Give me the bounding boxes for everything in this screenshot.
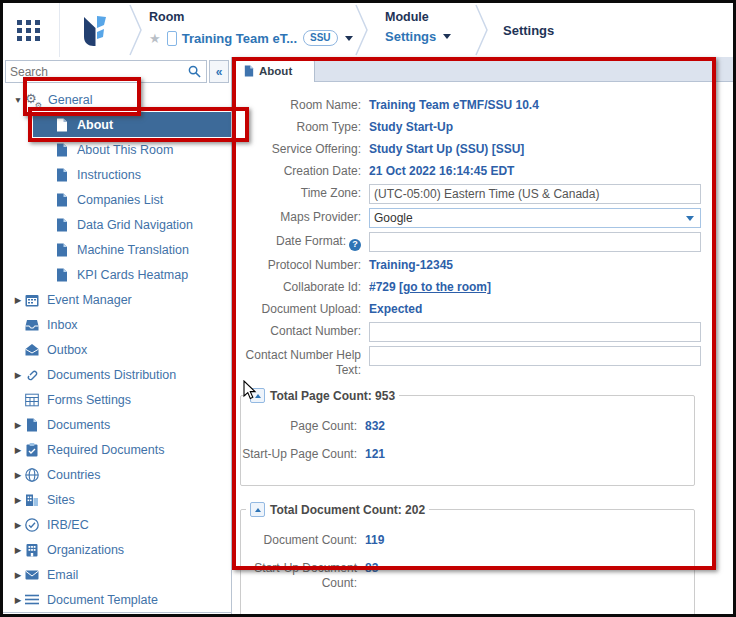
room-label: Room — [149, 10, 353, 24]
time-zone-input[interactable] — [369, 184, 701, 204]
sidebar-item-label: Data Grid Navigation — [77, 218, 193, 232]
sidebar-item-companies-list[interactable]: Companies List — [3, 187, 231, 212]
search-icon — [188, 65, 201, 78]
sidebar-item-forms-settings[interactable]: Forms Settings — [3, 387, 231, 412]
sidebar-item-email[interactable]: Email — [3, 562, 231, 587]
file-icon — [55, 193, 69, 207]
sidebar-item-label: Email — [47, 568, 78, 582]
gear-icon — [25, 92, 42, 108]
sidebar-item-about[interactable]: About — [33, 112, 231, 137]
sidebar-item-label: Forms Settings — [47, 393, 131, 407]
expander-closed-icon[interactable] — [11, 545, 25, 555]
field-label: Page Count: — [241, 417, 365, 434]
app-launcher-grid-icon[interactable] — [16, 17, 44, 43]
app-window: Room Training Team eT... SSU Module Sett… — [0, 0, 736, 617]
sidebar-item-documents[interactable]: Documents — [3, 412, 231, 437]
contact-number-input[interactable] — [369, 322, 701, 342]
field-value: 83 — [365, 559, 378, 575]
sidebar-item-outbox[interactable]: Outbox — [3, 337, 231, 362]
expander-closed-icon[interactable] — [11, 570, 25, 580]
collapse-sidebar-button[interactable] — [209, 60, 229, 83]
tab-about[interactable]: About — [235, 59, 315, 82]
group-legend: Total Document Count: 202 — [246, 502, 429, 517]
chevron-down-icon — [686, 216, 694, 221]
sidebar-item-label: Companies List — [77, 193, 163, 207]
field-value: 121 — [365, 445, 385, 461]
expander-closed-icon[interactable] — [11, 420, 25, 430]
collapse-toggle-icon[interactable] — [250, 388, 265, 403]
module-value[interactable]: Settings — [385, 29, 436, 44]
maps-provider-select[interactable]: Google — [369, 208, 701, 228]
app-logo[interactable] — [75, 11, 113, 55]
sidebar-item-instructions[interactable]: Instructions — [3, 162, 231, 187]
field-label: Room Name: — [239, 96, 369, 113]
sidebar-item-event-manager[interactable]: Event Manager — [3, 287, 231, 312]
sidebar-item-label: Event Manager — [47, 293, 132, 307]
sidebar-item-machine-translation[interactable]: Machine Translation — [3, 237, 231, 262]
room-name[interactable]: Training Team eT... — [182, 31, 297, 46]
field-row-time-zone: Time Zone: — [239, 184, 733, 204]
field-row-document-upload: Document Upload: Expected — [239, 300, 733, 318]
field-label: Start-Up Page Count: — [241, 445, 365, 462]
field-value: Training-12345 — [369, 256, 453, 272]
module-selector[interactable]: Settings — [385, 29, 451, 44]
field-row-start-up-document-count: Start-Up Document Count: 83 — [241, 559, 694, 591]
page-title: Settings — [503, 23, 554, 38]
sidebar-item-data-grid-navigation[interactable]: Data Grid Navigation — [3, 212, 231, 237]
sidebar-item-required-documents[interactable]: Required Documents — [3, 437, 231, 462]
chevron-down-icon[interactable] — [443, 34, 451, 39]
field-value: 21 Oct 2022 16:14:45 EDT — [369, 162, 514, 178]
sidebar-item-label: About — [77, 118, 113, 132]
sidebar-item-label: Organizations — [47, 543, 124, 557]
breadcrumb-separator-icon — [473, 3, 491, 57]
sidebar-item-general[interactable]: General — [3, 87, 231, 112]
date-format-input[interactable] — [369, 232, 701, 252]
go-to-room-link[interactable]: [go to the room] — [399, 280, 491, 294]
expander-closed-icon[interactable] — [11, 470, 25, 480]
field-label: Creation Date: — [239, 162, 369, 179]
field-row-collaborate-id: Collaborate Id: #729 [go to the room] — [239, 278, 733, 296]
expander-closed-icon[interactable] — [11, 370, 25, 380]
field-label: Document Upload: — [239, 300, 369, 317]
sidebar-item-about-this-room[interactable]: About This Room — [3, 137, 231, 162]
sidebar-item-organizations[interactable]: Organizations — [3, 537, 231, 562]
chevron-down-icon[interactable] — [345, 36, 353, 41]
sidebar-item-inbox[interactable]: Inbox — [3, 312, 231, 337]
field-label: Collaborate Id: — [239, 278, 369, 295]
sidebar-item-document-template[interactable]: Document Template — [3, 587, 231, 612]
favorite-star-icon[interactable] — [149, 29, 161, 47]
total-document-count-group: Total Document Count: 202 Document Count… — [240, 502, 695, 617]
expander-closed-icon[interactable] — [11, 495, 25, 505]
top-header: Room Training Team eT... SSU Module Sett… — [3, 3, 733, 58]
header-divider — [59, 3, 60, 57]
sidebar-item-irb-ec[interactable]: IRB/EC — [3, 512, 231, 537]
breadcrumb-module: Module Settings — [385, 10, 451, 44]
room-selector[interactable]: Training Team eT... SSU — [149, 29, 353, 47]
module-label: Module — [385, 10, 451, 24]
field-label: Contact Number: — [239, 322, 369, 339]
sidebar-item-label: General — [48, 93, 92, 107]
list-icon — [25, 593, 39, 607]
expander-closed-icon[interactable] — [11, 295, 25, 305]
expander-closed-icon[interactable] — [11, 520, 25, 530]
search-input[interactable] — [6, 61, 182, 82]
expander-open-icon[interactable] — [11, 95, 25, 105]
file-icon — [55, 168, 69, 182]
room-type-badge: SSU — [303, 30, 338, 46]
field-label: Date Format: — [239, 232, 369, 251]
group-legend-text: Total Document Count: 202 — [270, 503, 425, 517]
expander-closed-icon[interactable] — [11, 595, 25, 605]
sidebar-item-sites[interactable]: Sites — [3, 487, 231, 512]
search-button[interactable] — [182, 61, 206, 82]
contact-number-help-text-input[interactable] — [369, 346, 701, 366]
help-icon[interactable] — [349, 239, 361, 251]
settings-tree: General About About This Room Instructio… — [3, 85, 231, 613]
sidebar-item-label: Required Documents — [47, 443, 164, 457]
sidebar-item-documents-distribution[interactable]: Documents Distribution — [3, 362, 231, 387]
about-form: Room Name: Training Team eTMF/SSU 10.4 R… — [233, 82, 733, 617]
sidebar-item-kpi-cards-heatmap[interactable]: KPI Cards Heatmap — [3, 262, 231, 287]
sidebar-item-countries[interactable]: Countries — [3, 462, 231, 487]
field-row-room-name: Room Name: Training Team eTMF/SSU 10.4 — [239, 96, 733, 114]
expander-closed-icon[interactable] — [11, 445, 25, 455]
collapse-toggle-icon[interactable] — [250, 502, 265, 517]
